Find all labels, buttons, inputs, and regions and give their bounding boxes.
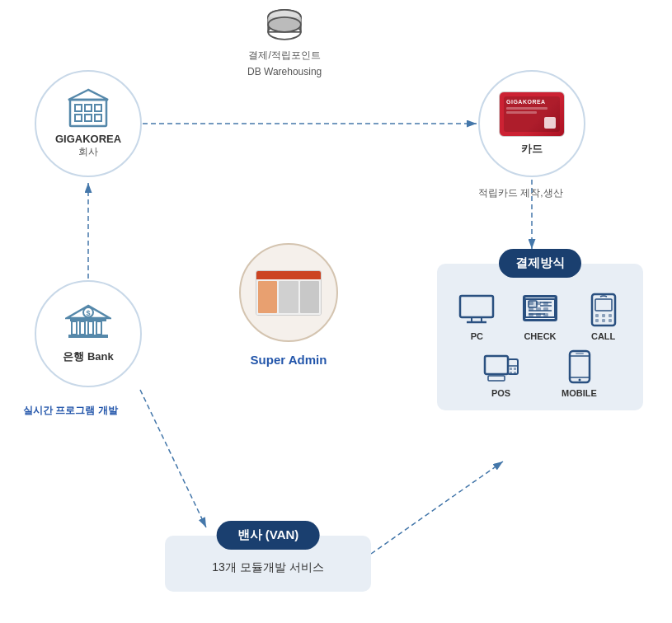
svg-rect-62 (508, 359, 518, 374)
svg-point-71 (578, 379, 580, 382)
gigakorea-sub: 회사 (78, 145, 98, 159)
svg-rect-49 (529, 313, 533, 316)
svg-rect-24 (80, 321, 85, 335)
card-production-label: 적립카드 제작,생산 (478, 186, 563, 200)
payment-header: 결제방식 (499, 249, 581, 278)
card-image: GIGAKOREA (499, 91, 565, 137)
pc-icon (457, 293, 496, 327)
circle-bank: $ 은행 Bank (35, 280, 142, 387)
payment-item-pc: PC (449, 293, 505, 341)
db-label-line1: 결제/적립포인트 (248, 49, 320, 63)
svg-rect-47 (536, 307, 541, 311)
mobile-icon (560, 349, 599, 384)
svg-rect-58 (602, 319, 605, 322)
van-header: 밴사 (VAN) (217, 521, 320, 550)
payment-check-label: CHECK (524, 331, 556, 341)
svg-rect-23 (72, 321, 77, 335)
payment-item-mobile: MOBILE (544, 349, 614, 398)
svg-text:$: $ (86, 309, 90, 317)
svg-rect-27 (68, 335, 108, 338)
pos-icon (482, 349, 521, 384)
svg-rect-48 (543, 307, 548, 311)
svg-rect-18 (85, 115, 92, 121)
payment-item-call: CALL (576, 293, 631, 341)
svg-rect-67 (514, 372, 516, 374)
card-label: 카드 (521, 142, 543, 157)
svg-rect-19 (95, 115, 101, 121)
realtime-label: 실시간 프로그램 개발 (23, 404, 118, 418)
super-admin-label: Super Admin (220, 353, 357, 367)
svg-line-6 (371, 461, 503, 554)
svg-rect-44 (536, 302, 541, 305)
svg-rect-46 (529, 307, 533, 311)
call-icon (584, 293, 623, 327)
svg-point-12 (268, 17, 301, 32)
svg-rect-59 (609, 319, 612, 322)
svg-rect-17 (75, 115, 82, 121)
svg-rect-65 (514, 368, 516, 370)
payment-item-check: CHECK (513, 293, 568, 341)
payment-pc-label: PC (471, 331, 483, 341)
payment-icons-row1: PC (449, 293, 631, 341)
svg-rect-30 (460, 296, 493, 317)
svg-rect-64 (510, 368, 512, 370)
svg-rect-15 (85, 105, 92, 111)
admin-screenshot (256, 270, 322, 316)
svg-rect-14 (75, 105, 82, 111)
payment-item-pos: POS (466, 349, 536, 398)
svg-rect-60 (485, 356, 508, 374)
check-icon (520, 293, 560, 327)
svg-marker-20 (68, 90, 108, 100)
payment-box: 결제방식 PC (437, 264, 643, 410)
db-icon-container: 결제/적립포인트 DB Warehousing (247, 8, 322, 77)
circle-admin (239, 243, 338, 342)
diagram-container: 결제/적립포인트 DB Warehousing GIGAKOREA 회사 GIG… (0, 0, 672, 623)
svg-rect-50 (536, 313, 541, 316)
svg-rect-56 (609, 314, 612, 317)
db-label-line2: DB Warehousing (247, 66, 322, 77)
svg-rect-13 (70, 100, 106, 126)
payment-pos-label: POS (491, 388, 510, 398)
db-icon (260, 8, 309, 45)
svg-rect-16 (95, 105, 101, 111)
van-box: 밴사 (VAN) 13개 모듈개발 서비스 (165, 536, 371, 592)
svg-rect-61 (488, 376, 505, 381)
payment-mobile-label: MOBILE (562, 388, 597, 398)
svg-rect-54 (595, 314, 599, 317)
svg-rect-55 (602, 314, 605, 317)
svg-rect-53 (595, 299, 612, 311)
svg-rect-57 (595, 319, 599, 322)
svg-line-5 (140, 390, 206, 527)
circle-gigakorea: GIGAKOREA 회사 (35, 70, 142, 177)
payment-call-label: CALL (591, 331, 615, 341)
svg-rect-43 (529, 302, 533, 305)
bank-label: 은행 Bank (63, 349, 113, 364)
svg-rect-26 (96, 321, 101, 335)
gigakorea-label: GIGAKOREA (55, 133, 121, 145)
svg-rect-45 (543, 302, 548, 305)
building-icon (67, 88, 110, 128)
payment-icons-row2: POS MOBILE (449, 349, 631, 398)
circle-card: GIGAKOREA 카드 (478, 70, 585, 177)
bank-icon: $ (65, 303, 111, 344)
van-content: 13개 모듈개발 서비스 (177, 552, 359, 579)
svg-rect-51 (543, 313, 548, 316)
svg-rect-25 (88, 321, 93, 335)
svg-rect-72 (576, 353, 584, 354)
svg-rect-66 (510, 372, 512, 374)
